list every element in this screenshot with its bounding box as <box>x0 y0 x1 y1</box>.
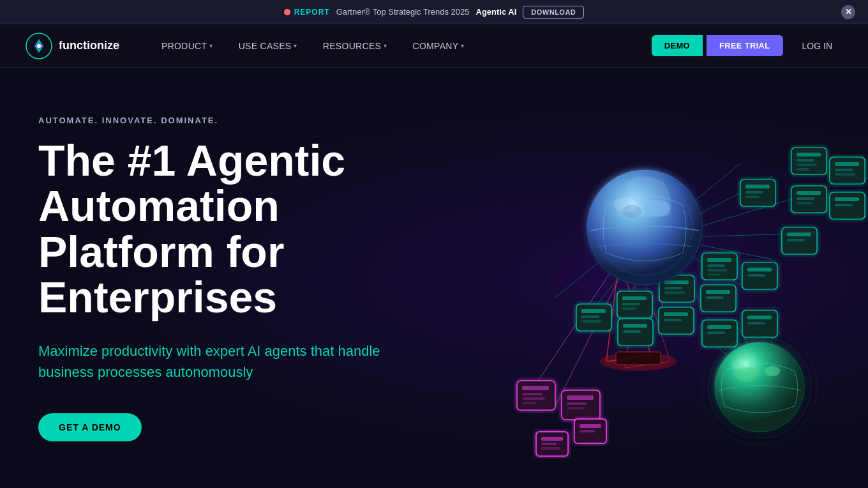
svg-rect-56 <box>664 287 682 289</box>
login-button[interactable]: LOG IN <box>792 35 842 57</box>
svg-rect-77 <box>707 332 725 334</box>
svg-rect-57 <box>664 291 685 294</box>
svg-rect-47 <box>707 258 731 262</box>
chevron-down-icon: ▾ <box>461 42 464 49</box>
announcement-text: Gartner® Top Strategic Trends 2025 <box>336 7 470 17</box>
svg-rect-67 <box>664 319 682 321</box>
svg-rect-85 <box>522 402 536 404</box>
svg-rect-82 <box>522 386 549 390</box>
svg-rect-84 <box>522 397 545 400</box>
svg-rect-45 <box>787 239 805 241</box>
demo-button[interactable]: DEMO <box>652 35 703 56</box>
hero-visual <box>428 87 868 470</box>
svg-rect-79 <box>747 316 772 319</box>
logo[interactable]: functionize <box>26 33 119 59</box>
nav-actions: DEMO FREE TRIAL LOG IN <box>652 35 842 57</box>
svg-rect-25 <box>797 159 814 162</box>
svg-rect-48 <box>707 264 725 267</box>
chevron-down-icon: ▾ <box>384 42 387 49</box>
svg-rect-35 <box>797 202 812 204</box>
svg-rect-66 <box>664 312 688 316</box>
get-demo-button[interactable]: GET A DEMO <box>38 413 142 441</box>
svg-point-102 <box>614 197 637 213</box>
announcement-bar: REPORT Gartner® Top Strategic Trends 202… <box>0 0 868 24</box>
nav-item-resources[interactable]: RESOURCES ▾ <box>313 36 398 56</box>
hero-subtitle: Maximize productivity with expert AI age… <box>38 340 383 383</box>
svg-rect-33 <box>797 191 821 195</box>
hero-3d-scene <box>428 87 868 470</box>
svg-point-107 <box>731 359 749 370</box>
chevron-down-icon: ▾ <box>209 42 213 49</box>
hero-title: The #1 Agentic Automation Platform for E… <box>38 138 396 321</box>
svg-rect-60 <box>706 296 724 299</box>
svg-rect-71 <box>581 320 602 323</box>
svg-rect-27 <box>797 168 809 171</box>
report-badge-label: REPORT <box>294 8 330 17</box>
svg-rect-31 <box>835 173 855 176</box>
svg-rect-92 <box>541 443 557 445</box>
svg-rect-42 <box>745 195 760 198</box>
report-dot-icon <box>284 9 290 15</box>
chevron-down-icon: ▾ <box>294 42 297 49</box>
svg-rect-88 <box>567 402 587 405</box>
svg-rect-50 <box>707 273 720 276</box>
nav-item-use-cases[interactable]: USE CASES ▾ <box>228 36 308 56</box>
svg-rect-40 <box>745 185 770 188</box>
svg-rect-63 <box>622 303 640 305</box>
svg-rect-44 <box>787 233 811 236</box>
svg-point-103 <box>715 342 804 432</box>
hero-section: AUTOMATE. INNOVATE. DOMINATE. The #1 Age… <box>0 68 868 488</box>
svg-rect-64 <box>622 307 636 310</box>
svg-rect-73 <box>623 324 647 328</box>
svg-rect-41 <box>745 191 763 194</box>
svg-rect-52 <box>747 268 772 271</box>
svg-rect-96 <box>580 430 595 432</box>
navbar: functionize PRODUCT ▾ USE CASES ▾ RESOUR… <box>0 24 868 68</box>
svg-rect-29 <box>835 162 859 166</box>
svg-rect-37 <box>835 197 859 201</box>
svg-rect-26 <box>797 164 817 166</box>
announcement-bold-text: Agentic AI <box>476 7 517 17</box>
free-trial-button[interactable]: FREE TRIAL <box>707 35 783 56</box>
svg-point-106 <box>765 366 780 376</box>
svg-rect-59 <box>706 290 730 294</box>
svg-rect-70 <box>581 316 599 318</box>
svg-rect-95 <box>580 424 601 428</box>
svg-rect-69 <box>581 309 606 313</box>
svg-rect-91 <box>541 437 563 441</box>
svg-rect-53 <box>747 274 765 277</box>
svg-rect-38 <box>835 204 853 206</box>
svg-rect-74 <box>623 330 641 333</box>
download-button[interactable]: DOWNLOAD <box>523 6 584 19</box>
svg-point-1 <box>37 44 41 48</box>
svg-rect-24 <box>797 153 821 156</box>
svg-rect-49 <box>707 269 728 271</box>
svg-rect-89 <box>567 407 585 409</box>
svg-rect-76 <box>707 325 731 329</box>
logo-text: functionize <box>59 39 119 52</box>
nav-item-product[interactable]: PRODUCT ▾ <box>151 36 223 56</box>
report-badge: REPORT <box>284 8 330 17</box>
nav-item-company[interactable]: COMPANY ▾ <box>403 36 475 56</box>
svg-rect-34 <box>797 197 814 200</box>
hero-eyebrow: AUTOMATE. INNOVATE. DOMINATE. <box>38 116 396 125</box>
svg-rect-93 <box>541 447 560 450</box>
svg-rect-62 <box>622 296 647 300</box>
svg-rect-55 <box>664 280 689 284</box>
svg-rect-87 <box>567 395 594 400</box>
hero-content: AUTOMATE. INNOVATE. DOMINATE. The #1 Age… <box>0 77 434 480</box>
svg-rect-80 <box>747 322 765 324</box>
nav-links: PRODUCT ▾ USE CASES ▾ RESOURCES ▾ COMPAN… <box>151 36 652 56</box>
svg-rect-83 <box>522 393 542 395</box>
logo-icon <box>26 33 52 59</box>
svg-rect-30 <box>835 169 853 171</box>
close-announcement-button[interactable]: ✕ <box>841 5 855 19</box>
svg-rect-22 <box>616 352 661 365</box>
